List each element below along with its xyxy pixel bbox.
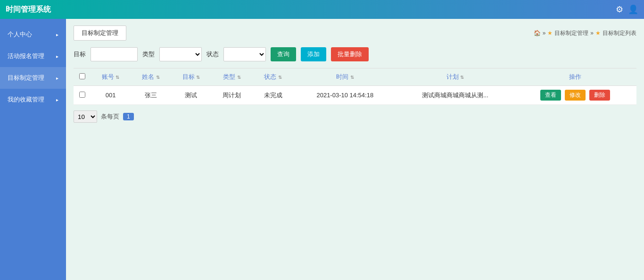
- status-label: 状态: [206, 50, 219, 59]
- sort-icon-time: ⇅: [350, 75, 354, 80]
- data-table: 账号 ⇅ 姓名 ⇅ 目标 ⇅ 类型 ⇅ 状态 ⇅ 时间 ⇅ 计划 ⇅ 操作 00…: [74, 68, 636, 105]
- target-label: 目标: [74, 50, 86, 59]
- row-plan: 测试商城商城商城从测...: [396, 86, 514, 105]
- sidebar-item-label: 目标制定管理: [8, 74, 44, 82]
- sidebar-item-personal-center[interactable]: 个人中心 ▸: [0, 24, 66, 45]
- add-button[interactable]: 添加: [301, 47, 326, 61]
- page-header: 目标制定管理 🏠 » ★ 目标制定管理 » ★ 目标制定列表: [74, 25, 636, 41]
- col-time: 时间 ⇅: [294, 68, 396, 86]
- table-header-row: 账号 ⇅ 姓名 ⇅ 目标 ⇅ 类型 ⇅ 状态 ⇅ 时间 ⇅ 计划 ⇅ 操作: [74, 68, 636, 86]
- filter-bar: 目标 类型 周计划 月计划 年计划 状态 未完成 已完成 查询 添加 批量删除: [74, 47, 636, 61]
- main-content: 目标制定管理 🏠 » ★ 目标制定管理 » ★ 目标制定列表 目标 类型 周计划…: [66, 19, 644, 280]
- col-account: 账号 ⇅: [91, 68, 131, 86]
- sort-icon-plan: ⇅: [460, 75, 464, 80]
- col-plan: 计划 ⇅: [396, 68, 514, 86]
- page-title: 目标制定管理: [74, 25, 126, 41]
- chevron-right-icon: ▸: [56, 76, 58, 81]
- row-actions: 查看 修改 删除: [514, 86, 636, 105]
- settings-icon[interactable]: ⚙: [616, 4, 623, 15]
- sidebar-item-label: 个人中心: [8, 30, 32, 39]
- pagination-bar: 10 20 50 条每页 1: [74, 110, 636, 123]
- sort-icon-type: ⇅: [237, 75, 241, 80]
- star-icon-1: ★: [547, 30, 553, 36]
- col-action: 操作: [514, 68, 636, 86]
- row-time: 2021-03-10 14:54:18: [294, 86, 396, 105]
- breadcrumb-goal-management[interactable]: 目标制定管理: [554, 29, 588, 37]
- top-navbar: 时间管理系统 ⚙ 👤: [0, 0, 644, 19]
- select-all-header: [74, 68, 91, 86]
- batch-delete-button[interactable]: 批量删除: [331, 47, 369, 61]
- per-page-select[interactable]: 10 20 50: [74, 110, 97, 123]
- chevron-right-icon: ▸: [56, 97, 58, 102]
- main-layout: 个人中心 ▸ 活动报名管理 ▸ 目标制定管理 ▸ 我的收藏管理 ▸ 目标制定管理…: [0, 19, 644, 280]
- nav-icons: ⚙ 👤: [616, 4, 638, 15]
- breadcrumb-goal-list: 目标制定列表: [603, 29, 636, 37]
- star-icon-2: ★: [595, 30, 601, 36]
- row-checkbox[interactable]: [79, 92, 85, 98]
- chevron-right-icon: ▸: [56, 54, 58, 59]
- sidebar-item-label: 我的收藏管理: [8, 95, 44, 104]
- row-account: 001: [91, 86, 131, 105]
- sidebar: 个人中心 ▸ 活动报名管理 ▸ 目标制定管理 ▸ 我的收藏管理 ▸: [0, 19, 66, 280]
- target-input[interactable]: [91, 47, 138, 61]
- sidebar-item-activity-management[interactable]: 活动报名管理 ▸: [0, 45, 66, 67]
- app-title: 时间管理系统: [6, 5, 51, 15]
- row-status: 未完成: [253, 86, 294, 105]
- user-icon[interactable]: 👤: [628, 4, 638, 15]
- sort-icon-status: ⇅: [278, 75, 282, 80]
- sidebar-item-goal-management[interactable]: 目标制定管理 ▸: [0, 67, 66, 89]
- status-select[interactable]: 未完成 已完成: [223, 47, 266, 61]
- type-label: 类型: [142, 50, 155, 59]
- row-name: 张三: [131, 86, 171, 105]
- view-button[interactable]: 查看: [540, 90, 561, 101]
- edit-button[interactable]: 修改: [565, 90, 586, 101]
- query-button[interactable]: 查询: [271, 47, 296, 61]
- delete-button[interactable]: 删除: [589, 90, 610, 101]
- table-body: 001 张三 测试 周计划 未完成 2021-03-10 14:54:18 测试…: [74, 86, 636, 105]
- col-status: 状态 ⇅: [253, 68, 294, 86]
- select-all-checkbox[interactable]: [79, 73, 85, 79]
- sidebar-item-label: 活动报名管理: [8, 52, 44, 60]
- row-target: 测试: [171, 86, 211, 105]
- row-checkbox-cell: [74, 86, 91, 105]
- breadcrumb: 🏠 » ★ 目标制定管理 » ★ 目标制定列表: [534, 29, 636, 37]
- col-name: 姓名 ⇅: [131, 68, 171, 86]
- current-page[interactable]: 1: [123, 113, 134, 120]
- col-target: 目标 ⇅: [171, 68, 211, 86]
- sort-icon-account: ⇅: [116, 75, 119, 80]
- sort-icon-target: ⇅: [196, 75, 200, 80]
- sort-icon-name: ⇅: [156, 75, 160, 80]
- home-icon: 🏠: [534, 30, 541, 36]
- per-page-label: 条每页: [101, 112, 119, 121]
- row-type: 周计划: [211, 86, 253, 105]
- type-select[interactable]: 周计划 月计划 年计划: [159, 47, 202, 61]
- col-type: 类型 ⇅: [211, 68, 253, 86]
- table-row: 001 张三 测试 周计划 未完成 2021-03-10 14:54:18 测试…: [74, 86, 636, 105]
- chevron-right-icon: ▸: [56, 32, 58, 37]
- sidebar-item-favorites-management[interactable]: 我的收藏管理 ▸: [0, 89, 66, 110]
